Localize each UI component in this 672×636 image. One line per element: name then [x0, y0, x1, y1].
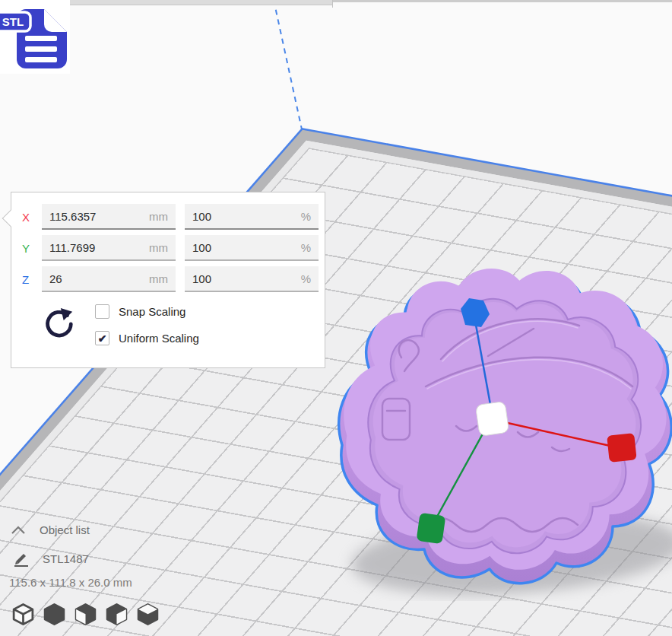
panel-notch — [2, 210, 20, 227]
reset-scale-icon[interactable] — [41, 307, 76, 342]
uniform-scaling-label: Uniform Scaling — [119, 332, 199, 345]
x-mm-input[interactable] — [42, 204, 176, 230]
window-top-edge-left — [70, 0, 332, 5]
stl-badge: STL — [0, 12, 30, 31]
axis-z-label: Z — [22, 273, 42, 286]
object-list-toggle[interactable]: Object list — [11, 523, 90, 536]
z-percent-field: % — [185, 266, 319, 292]
object-list-title: Object list — [40, 523, 90, 536]
scale-row-z: Z mm % — [22, 266, 314, 292]
y-mm-input[interactable] — [42, 235, 176, 261]
x-percent-input[interactable] — [185, 204, 319, 230]
snap-scaling-checkbox[interactable] — [95, 304, 109, 319]
axis-x-label: X — [22, 211, 42, 224]
scale-tool-panel: X mm % Y mm % Z mm % — [11, 192, 325, 368]
camera-view-toolbar — [11, 602, 160, 627]
chevron-up-icon — [11, 526, 26, 535]
stl-file-logo: STL — [0, 0, 71, 76]
snap-scaling-label: Snap Scaling — [119, 305, 185, 318]
window-top-edge-divider — [332, 0, 333, 8]
y-percent-field: % — [185, 235, 319, 261]
uniform-scaling-checkbox[interactable]: ✔ — [95, 331, 109, 345]
scale-row-x: X mm % — [22, 204, 314, 230]
window-top-edge-right — [332, 0, 672, 2]
view-top-icon[interactable] — [73, 602, 98, 627]
z-percent-input[interactable] — [185, 266, 319, 292]
scale-row-y: Y mm % — [22, 235, 314, 261]
model-dimensions-label: 115.6 x 111.8 x 26.0 mm — [9, 576, 132, 589]
y-percent-input[interactable] — [185, 235, 319, 261]
y-mm-field: mm — [42, 235, 176, 261]
view-left-icon[interactable] — [104, 602, 129, 627]
scale-handle-center[interactable] — [475, 401, 509, 436]
uniform-scaling-option[interactable]: ✔ Uniform Scaling — [95, 331, 199, 345]
z-mm-input[interactable] — [42, 266, 176, 292]
x-mm-field: mm — [42, 204, 176, 230]
scale-handle-y[interactable] — [417, 513, 446, 544]
object-item-name: STL1487 — [43, 552, 89, 565]
z-axis-guide-line — [266, 0, 312, 137]
pencil-edit-icon[interactable] — [12, 549, 30, 568]
snap-scaling-option[interactable]: Snap Scaling — [95, 304, 199, 319]
x-percent-field: % — [185, 204, 319, 230]
axis-y-label: Y — [22, 242, 42, 255]
object-list-item[interactable]: STL1487 — [12, 549, 89, 568]
scale-handle-x[interactable] — [607, 433, 636, 463]
model-scene — [319, 259, 672, 601]
stl-badge-text: STL — [2, 15, 24, 28]
view-front-icon[interactable] — [42, 602, 67, 627]
view-3d-icon[interactable] — [11, 602, 36, 627]
z-mm-field: mm — [42, 266, 176, 292]
view-right-icon[interactable] — [135, 602, 160, 627]
